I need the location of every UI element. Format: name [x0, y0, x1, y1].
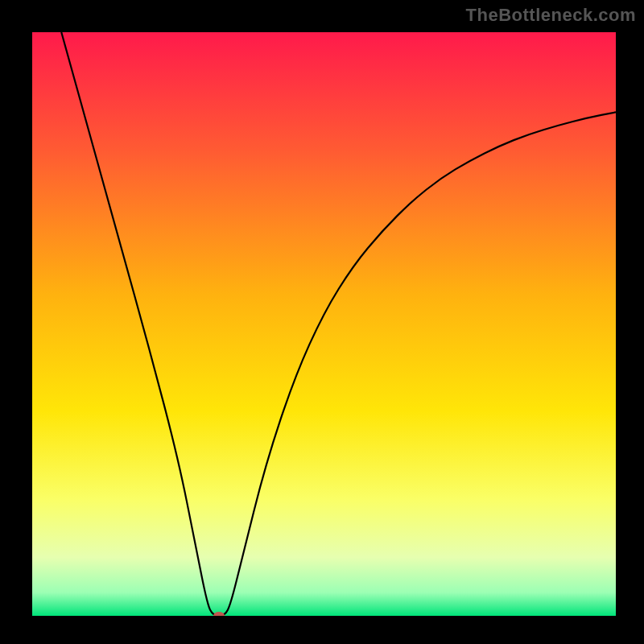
watermark-text: TheBottleneck.com: [466, 5, 636, 26]
plot-area: [32, 32, 616, 616]
chart-frame: TheBottleneck.com: [0, 0, 644, 644]
chart-svg: [32, 32, 616, 616]
gradient-background: [32, 32, 616, 616]
